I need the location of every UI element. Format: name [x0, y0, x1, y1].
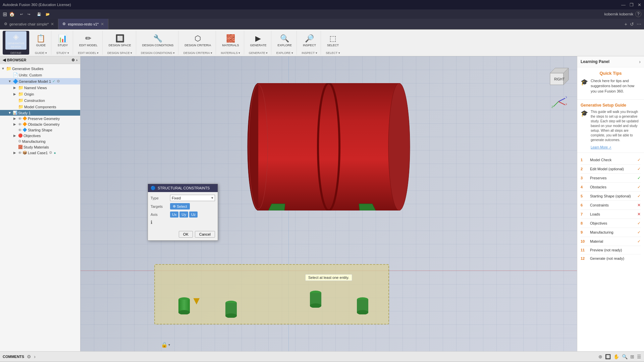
conditions-btn[interactable]: 🔧 DESIGN CONDITIONS — [140, 33, 176, 48]
checklist-item-1[interactable]: 1 Model Check ✓ — [581, 156, 641, 165]
checklist-item-7[interactable]: 7 Loads ✕ — [581, 210, 641, 219]
open-btn[interactable]: 📂 — [44, 12, 51, 17]
tree-objectives[interactable]: ▶ 🔴 Objectives — [0, 133, 80, 138]
axis-uy-btn[interactable]: Uy — [179, 212, 188, 218]
inspect-btn[interactable]: 🔎 INSPECT — [301, 33, 318, 48]
ti-icon-ss: 🔷 — [22, 128, 27, 132]
lock-icon[interactable]: 🔒 — [161, 342, 168, 348]
tree-study1[interactable]: ▼ 📊 Study 1 — [0, 110, 80, 116]
sb-expand-icon[interactable]: › — [34, 354, 36, 359]
tree-generative-studies[interactable]: ▼ 📁 Generative Studies — [0, 65, 80, 72]
tab-close-2[interactable]: ✕ — [101, 22, 104, 26]
lock-dropdown-arrow[interactable]: ▾ — [168, 343, 170, 347]
checklist-item-12[interactable]: 12 Generate (not ready) — [581, 254, 641, 262]
checklist-item-3[interactable]: 3 Preserves ✓ — [581, 174, 641, 183]
save-btn[interactable]: 💾 — [36, 12, 42, 17]
tree-model-components[interactable]: 📁 Model Components — [0, 104, 80, 110]
undo-btn[interactable]: ↩ — [19, 12, 24, 17]
tree-study-materials[interactable]: 🧱 Study Materials — [0, 144, 80, 150]
view-icon[interactable]: ⊞ — [630, 354, 634, 359]
design-space-group-label: DESIGN SPACE ▾ — [107, 51, 132, 55]
select-button[interactable]: ⊕ Select — [170, 203, 190, 209]
edit-model-btn[interactable]: ✏ EDIT MODEL — [77, 33, 100, 48]
tree-gen-model[interactable]: ▼ 🔷 Generative Model 1 ✓ ⚙ — [0, 78, 80, 84]
redo-btn[interactable]: ↪ — [26, 12, 32, 17]
materials-btn[interactable]: 🧱 MATERIALS — [220, 33, 241, 48]
criteria-btn[interactable]: ⬡ DESIGN CRITERIA — [182, 33, 213, 48]
checklist-item-11[interactable]: 11 Preview (not ready) — [581, 246, 641, 254]
tab-menu-btn[interactable]: ⋯ — [637, 21, 641, 27]
grid-icon[interactable]: 🔲 — [605, 354, 611, 359]
study-btn[interactable]: 📊 STUDY — [55, 33, 70, 48]
tab-espresso-resto[interactable]: ⚙ espresso-resto v1* ✕ — [58, 19, 108, 29]
tree-load-case1[interactable]: ▶ 👁 📦 Load Case1 ⚙ ● — [0, 150, 80, 156]
cancel-button[interactable]: Cancel — [195, 231, 215, 238]
help-icon[interactable]: ? — [635, 11, 641, 17]
generative-design-btn[interactable]: ◈ GENERATIVEDESIGN — [5, 31, 26, 50]
lc-settings-icon[interactable]: ⚙ — [49, 150, 52, 155]
tab-generative-chair[interactable]: ⚙ generative chair simple* ✕ — [0, 19, 58, 29]
tree-construction[interactable]: 📁 Construction — [0, 97, 80, 104]
tab-actions[interactable]: + ↺ ⋯ — [622, 21, 644, 27]
window-controls[interactable]: — ❐ ✕ — [621, 2, 641, 7]
viewport[interactable]: ▼ — [80, 56, 577, 351]
menu-icon[interactable]: ☰ — [637, 354, 641, 359]
home-icon[interactable]: 🏠 — [9, 11, 15, 17]
minimize-btn[interactable]: — — [621, 2, 626, 7]
nav-cube[interactable]: RIGHT — [543, 63, 570, 90]
lp-close-btn[interactable]: › — [639, 59, 641, 64]
gen-model-settings-icon[interactable]: ⚙ — [57, 79, 60, 83]
svg-text:Y: Y — [566, 96, 567, 99]
browser-collapse-icon[interactable]: ◀ — [3, 58, 6, 62]
sb-settings-icon[interactable]: ⚙ — [27, 354, 31, 359]
checklist-item-4[interactable]: 4 Obstacles ✓ — [581, 183, 641, 192]
ti-label-sm: Study Materials — [23, 145, 49, 149]
maximize-btn[interactable]: ❐ — [630, 2, 634, 7]
tree-obstacle-geom[interactable]: ▶ 👁 🔶 Obstacle Geometry — [0, 121, 80, 127]
tree-origin[interactable]: ▶ 📁 Origin — [0, 91, 80, 97]
ti-label-gm: Generative Model 1 — [19, 79, 51, 83]
refresh-btn[interactable]: ↺ — [630, 21, 634, 27]
explore-label: EXPLORE — [277, 44, 292, 47]
browser-expand-icon[interactable]: › — [76, 58, 77, 62]
zoom-icon[interactable]: 🔍 — [622, 354, 628, 359]
checklist-item-8[interactable]: 8 Objectives ✓ — [581, 219, 641, 228]
type-select[interactable]: Fixed ▾ — [170, 195, 215, 201]
new-tab-btn[interactable]: + — [625, 21, 627, 27]
tree-starting-shape[interactable]: 👁 🔷 Starting Shape — [0, 127, 80, 133]
checklist-item-5[interactable]: 5 Starting Shape (optional) ✓ — [581, 192, 641, 201]
lock-control[interactable]: 🔒 ▾ — [161, 342, 170, 348]
tab-bar: ⚙ generative chair simple* ✕ ⚙ espresso-… — [0, 19, 644, 29]
browser-controls[interactable]: ⚙ › — [71, 58, 77, 62]
ok-button[interactable]: OK — [179, 231, 193, 238]
status-bar-right[interactable]: ⊕ 🔲 ✋ 🔍 ⊞ ☰ — [598, 354, 641, 359]
guide-btn[interactable]: 📋 GUIDE — [34, 33, 48, 48]
generate-btn[interactable]: ▶ GENERATE — [248, 33, 269, 48]
checklist-item-9[interactable]: 9 Manufacturing ✓ — [581, 228, 641, 237]
learn-more-link[interactable]: Learn More ↗ — [591, 145, 611, 149]
design-space-btn[interactable]: 🔲 DESIGN SPACE — [107, 33, 133, 48]
browser-settings-icon[interactable]: ⚙ — [71, 58, 75, 62]
snap-icon[interactable]: ⊕ — [598, 354, 602, 359]
axis-ux-btn[interactable]: Ux — [170, 212, 178, 218]
tree-preserve-geom[interactable]: ▶ 👁 🔶 Preserve Geometry — [0, 116, 80, 121]
explore-btn[interactable]: 🔍 EXPLORE — [275, 33, 294, 48]
guide-text: This guide will walk you through the ste… — [591, 110, 641, 142]
select-btn[interactable]: ⬚ SELECT — [325, 33, 341, 48]
quick-tips-content: 🎓 Check here for tips and suggestions ba… — [581, 78, 641, 94]
criteria-group-label: DESIGN CRITERIA ▾ — [183, 51, 212, 55]
ribbon-group-explore: 🔍 EXPLORE EXPLORE ▾ — [273, 31, 297, 55]
tree-manufacturing[interactable]: ⚙ Manufacturing — [0, 138, 80, 144]
pan-icon[interactable]: ✋ — [613, 354, 619, 359]
checklist-item-10[interactable]: 10 Material ✓ — [581, 237, 641, 246]
app-menu-icon[interactable]: ⊞ — [3, 11, 7, 17]
axis-uz-btn[interactable]: Uz — [189, 212, 198, 218]
check-num: 6 — [581, 203, 588, 207]
check-status: ✓ — [637, 158, 641, 162]
tree-named-views[interactable]: ▶ 📁 Named Views — [0, 84, 80, 91]
checklist-item-2[interactable]: 2 Edit Model (optional) ✓ — [581, 165, 641, 174]
close-btn[interactable]: ✕ — [638, 2, 641, 7]
axis-buttons: Ux Uy Uz — [170, 212, 198, 218]
tab-close-1[interactable]: ✕ — [51, 22, 54, 26]
checklist-item-6[interactable]: 6 Constraints ✕ — [581, 201, 641, 210]
